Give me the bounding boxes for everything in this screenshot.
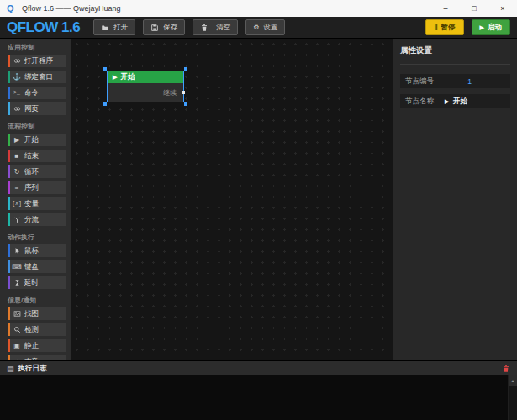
section-title-info-notify: 信息/通知 — [0, 292, 71, 307]
palette-item-open-program[interactable]: 打开程序 — [8, 55, 66, 67]
selection-handle[interactable] — [103, 67, 107, 71]
palette-item-label: 找图 — [24, 309, 39, 319]
palette-item-label: 结束 — [24, 151, 39, 161]
window-title: Qflow 1.6 —— QwejayHuang — [22, 4, 121, 13]
log-scrollbar[interactable]: ▲ — [508, 375, 517, 420]
save-button[interactable]: 保存 — [143, 19, 185, 35]
palette-item-label: 网页 — [24, 104, 39, 114]
list-icon: ≡ — [13, 184, 21, 192]
loop-icon: ↻ — [13, 168, 21, 176]
stop-icon: ■ — [13, 152, 21, 160]
palette-item-end[interactable]: ■ 结束 — [8, 150, 66, 162]
play-icon: ▶ — [480, 24, 484, 31]
play-icon: ▶ — [13, 136, 21, 144]
flow-canvas[interactable]: ▶ 开始 继续 — [71, 39, 393, 360]
pause-icon: ‖ — [434, 24, 437, 32]
open-button[interactable]: 打开 — [93, 19, 135, 35]
link-icon — [13, 57, 21, 65]
property-row-node-id: 节点编号 1 — [400, 74, 510, 88]
node-title: 开始 — [120, 72, 135, 82]
open-button-label: 打开 — [113, 23, 128, 33]
selection-handle[interactable] — [103, 102, 107, 106]
palette-item-branch[interactable]: 分流 — [8, 213, 66, 226]
node-output-port[interactable] — [182, 91, 185, 94]
palette-item-sequence[interactable]: ≡ 序列 — [8, 181, 66, 194]
palette-item-label: 命令 — [24, 88, 39, 98]
palette-item-label: 检测 — [24, 325, 39, 335]
hourglass-icon — [13, 279, 21, 286]
clear-button-label: 清空 — [216, 23, 230, 33]
still-icon: ▣ — [13, 342, 21, 349]
log-output-area: ▲ — [0, 375, 517, 420]
log-title: 执行日志 — [18, 364, 47, 374]
start-button[interactable]: ▶ 启动 — [472, 19, 510, 35]
palette-item-label: 循环 — [24, 167, 39, 177]
scroll-up-icon[interactable]: ▲ — [509, 375, 517, 386]
clear-log-trash-icon[interactable] — [502, 365, 510, 373]
palette-item-start[interactable]: ▶ 开始 — [8, 134, 66, 146]
property-value-node-name[interactable]: ▶ 开始 — [445, 97, 467, 107]
property-label: 节点编号 — [405, 76, 434, 87]
variable-icon: [x] — [13, 201, 21, 207]
image-icon — [13, 310, 21, 318]
anchor-icon: ⚓ — [13, 73, 21, 81]
palette-item-find-image[interactable]: 找图 — [8, 307, 66, 320]
palette-item-label: 变量 — [24, 199, 39, 209]
section-title-flow-control: 流程控制 — [0, 118, 71, 134]
palette-item-label: 鼠标 — [24, 246, 39, 256]
palette-item-label: 延时 — [24, 278, 39, 288]
start-button-label: 启动 — [488, 23, 502, 33]
palette-item-label: 绑定窗口 — [24, 72, 53, 82]
play-icon: ▶ — [445, 98, 449, 105]
close-icon[interactable]: × — [488, 0, 517, 17]
palette-item-loop[interactable]: ↻ 循环 — [8, 165, 66, 178]
flow-node-start[interactable]: ▶ 开始 继续 — [108, 71, 183, 102]
palette-item-command[interactable]: >_ 命令 — [8, 87, 66, 99]
app-icon: Q — [7, 3, 17, 13]
properties-panel: 属性设置 节点编号 1 节点名称 ▶ 开始 — [393, 39, 517, 360]
node-header[interactable]: ▶ 开始 — [108, 71, 183, 83]
magnifier-icon — [13, 326, 21, 333]
node-body: 继续 — [108, 83, 183, 102]
palette-item-still[interactable]: ▣ 静止 — [8, 339, 66, 352]
property-value-node-id[interactable]: 1 — [467, 77, 472, 86]
clear-button[interactable]: 清空 — [193, 19, 238, 35]
minimize-icon[interactable]: – — [431, 0, 460, 17]
palette-item-label: 键盘 — [24, 262, 39, 272]
selection-handle[interactable] — [184, 67, 187, 71]
palette-item-mouse[interactable]: 鼠标 — [8, 244, 66, 257]
log-icon: ▤ — [7, 365, 14, 373]
app-logo: QFLOW 1.6 — [7, 19, 80, 36]
window-controls: – □ × — [431, 0, 517, 17]
save-button-label: 保存 — [163, 23, 177, 33]
save-icon — [150, 24, 159, 32]
palette-item-label: 序列 — [24, 183, 39, 193]
app-header: QFLOW 1.6 打开 保存 清空 ⚙ 设置 ‖ 暂停 — [0, 17, 517, 39]
palette-item-webpage[interactable]: 网页 — [8, 102, 66, 115]
palette-item-bind-window[interactable]: ⚓ 绑定窗口 — [8, 71, 66, 83]
pause-button[interactable]: ‖ 暂停 — [425, 19, 463, 35]
pause-button-label: 暂停 — [441, 23, 456, 33]
palette-item-detect[interactable]: 检测 — [8, 323, 66, 336]
node-port-label: 继续 — [163, 88, 177, 97]
property-label: 节点名称 — [405, 97, 434, 107]
section-title-action-exec: 动作执行 — [0, 229, 71, 244]
node-palette-sidebar: 应用控制 打开程序 ⚓ 绑定窗口 >_ 命令 网页 流程控制 ▶ 开始 — [0, 39, 71, 360]
run-controls: ‖ 暂停 ▶ 启动 — [425, 19, 510, 35]
maximize-icon[interactable]: □ — [460, 0, 488, 17]
terminal-icon: >_ — [13, 90, 21, 96]
selection-handle[interactable] — [184, 102, 187, 106]
window-titlebar: Q Qflow 1.6 —— QwejayHuang – □ × — [0, 0, 517, 17]
link-icon — [13, 105, 21, 113]
folder-open-icon — [101, 24, 109, 32]
settings-button[interactable]: ⚙ 设置 — [245, 19, 285, 35]
main-area: 应用控制 打开程序 ⚓ 绑定窗口 >_ 命令 网页 流程控制 ▶ 开始 — [0, 39, 517, 360]
cursor-icon — [13, 247, 21, 255]
palette-item-label: 静止 — [24, 341, 39, 351]
palette-item-keyboard[interactable]: ⌨ 键盘 — [8, 260, 66, 273]
branch-icon — [13, 216, 21, 223]
palette-item-delay[interactable]: 延时 — [8, 276, 66, 289]
property-value-text: 开始 — [453, 97, 467, 107]
palette-item-variable[interactable]: [x] 变量 — [8, 197, 66, 210]
settings-button-label: 设置 — [263, 23, 277, 33]
